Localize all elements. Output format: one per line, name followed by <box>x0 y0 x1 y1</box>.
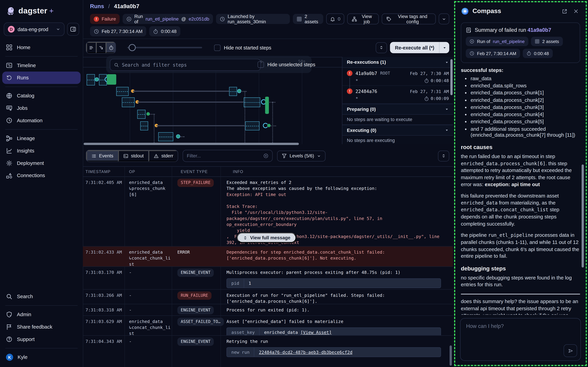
metadata-link[interactable]: 22484a76-dcd2-487b-aeb3-db3bece6cf2d <box>259 350 352 355</box>
event-row[interactable]: 7:31:04.343 AM-ENGINE_EVENTRetrying the … <box>83 336 453 367</box>
chip-text: Run of <box>134 14 143 24</box>
search-icon <box>114 62 119 67</box>
tab-stderr[interactable]: stderr <box>149 150 178 161</box>
gantt-success-bar[interactable] <box>107 74 116 85</box>
chip-text: Feb 27, 7:30:14 AM <box>477 51 516 56</box>
sidebar-item-jobs[interactable]: Jobs <box>2 102 81 114</box>
alerts-count: 0 <box>338 16 340 22</box>
re-execute-all-button[interactable]: Re-execute all (*) <box>390 42 449 53</box>
gantt-step-bar[interactable] <box>158 132 173 141</box>
summary-run-id: 41a9a0b7 <box>528 27 551 33</box>
open-in-new-window-button[interactable] <box>560 7 568 15</box>
section-header-preparing[interactable]: Preparing (0) <box>342 104 453 115</box>
filter-input[interactable]: Filter... <box>183 150 273 162</box>
expand-all-rows-button[interactable] <box>438 150 449 161</box>
gantt-step-bar[interactable] <box>122 97 135 107</box>
workspace-selector[interactable]: D data-eng-prod <box>4 22 64 36</box>
event-row[interactable]: 7:31:02.433 AMenriched_data↳concat_chunk… <box>83 246 453 267</box>
levels-dropdown[interactable]: Levels (5/6) <box>277 150 325 161</box>
event-type-badge: ERROR <box>177 248 193 257</box>
step-item: enriched_data.split_rows <box>471 83 580 89</box>
sidebar-item-deployment[interactable]: Deployment <box>2 157 81 169</box>
gantt-success-bar[interactable] <box>265 97 269 114</box>
gantt-step-bar[interactable] <box>244 97 260 107</box>
sidebar-collapse-button[interactable] <box>67 23 79 35</box>
sidebar-item-automation[interactable]: Automation <box>2 114 81 127</box>
waterfall-view-button[interactable] <box>96 42 106 53</box>
gantt-step-bar[interactable] <box>229 87 237 96</box>
run-actions-menu-button[interactable] <box>439 13 449 24</box>
sidebar-item-search[interactable]: Search <box>2 290 81 303</box>
re-execution-row[interactable]: !22484a76Feb 27, 7:31 AM*0:00:09 <box>342 86 453 104</box>
timed-view-button[interactable] <box>106 42 116 53</box>
compass-scrollbar[interactable] <box>581 165 584 267</box>
close-compass-button[interactable] <box>572 7 580 15</box>
step-search-input[interactable]: Search and filter steps <box>110 59 261 71</box>
sidebar-item-home[interactable]: Home <box>2 41 81 54</box>
chip-link[interactable]: run_etl_pipeline <box>493 39 525 44</box>
stopwatch-icon <box>424 78 429 83</box>
metadata-link[interactable]: [View Asset] <box>300 330 332 335</box>
expand-collapse-button[interactable] <box>376 42 387 53</box>
re-execute-menu-button[interactable] <box>439 42 449 53</box>
sidebar-item-insights[interactable]: Insights <box>2 145 81 157</box>
zoom-slider[interactable] <box>127 47 202 49</box>
sidebar-item-catalog[interactable]: Catalog <box>2 90 81 102</box>
target-icon <box>126 16 132 22</box>
run-link[interactable]: run_etl_pipeline <box>145 16 179 22</box>
gantt-step-bar[interactable] <box>245 121 259 130</box>
caret-down-icon <box>445 107 449 111</box>
user-menu[interactable]: KKyle <box>2 351 81 363</box>
gantt-step-bar[interactable] <box>116 87 129 96</box>
view-job-button[interactable]: View job <box>347 13 379 24</box>
view-full-message-button[interactable]: View full message <box>237 233 296 243</box>
gantt-step-bar[interactable] <box>87 74 95 85</box>
sidebar-item-lineage[interactable]: Lineage <box>2 132 81 145</box>
column-header: TIMESTAMP <box>83 169 127 174</box>
event-row[interactable]: 7:31:03.170 AM-ENGINE_EVENTMultiprocess … <box>83 267 453 290</box>
gantt-horizontal-scrollbar[interactable] <box>84 143 299 145</box>
event-op: enriched_data↳concat_chunk_list <box>127 246 174 266</box>
metadata-key: pid <box>227 279 244 288</box>
summary-chip: 0:00:48 <box>523 49 553 58</box>
flat-view-button[interactable] <box>86 42 96 53</box>
summary-chip: 2 assets <box>531 37 563 46</box>
hide-not-started-checkbox[interactable] <box>214 44 220 51</box>
app: dagster + D data-eng-prod HomeTimelineRu… <box>0 0 588 367</box>
event-row[interactable]: 7:31:03.318 AM-ENGINE_EVENTProcess for r… <box>83 304 453 316</box>
metadata-key: new run <box>227 348 254 357</box>
section-heading: debugging steps <box>461 265 580 271</box>
sidebar-item-support[interactable]: Support <box>2 333 81 345</box>
re-execution-bullet: * <box>355 96 358 101</box>
alerts-button[interactable]: 0 <box>326 13 344 24</box>
run-link[interactable]: e2c051db <box>189 16 209 22</box>
sidebar-item-admin[interactable]: Admin <box>2 308 81 321</box>
sidebar-item-runs[interactable]: Runs <box>2 72 81 84</box>
re-executions-header[interactable]: Re-executions (1) <box>342 57 453 68</box>
external-link-icon <box>562 8 567 14</box>
send-message-button[interactable] <box>564 344 577 357</box>
breadcrumb-runs-link[interactable]: Runs <box>90 3 104 9</box>
view-tags-config-button[interactable]: View tags and config <box>382 13 436 24</box>
tab-events[interactable]: Events <box>86 150 118 161</box>
sidebar-item-timeline[interactable]: Timeline <box>2 59 81 72</box>
re-executions-scrollbar[interactable] <box>450 59 452 95</box>
gantt-step-bar[interactable] <box>137 110 145 119</box>
run-meta-chip: Feb 27, 7:30:14 AM <box>90 26 146 36</box>
event-row[interactable]: 7:31:03.266 AM-RUN_FAILUREExecution of r… <box>83 290 453 304</box>
compass-paragraph: does this summary help? the issue appear… <box>461 298 580 315</box>
slider-handle[interactable] <box>129 44 136 51</box>
gantt-step-bar[interactable] <box>140 121 148 130</box>
event-row[interactable]: 7:31:03.629 AMenriched_data↳concat_chunk… <box>83 316 453 336</box>
sidebar-item-share-feedback[interactable]: Share feedback <box>2 321 81 333</box>
events-scrollbar[interactable] <box>450 345 452 366</box>
clear-filter-icon[interactable] <box>263 153 269 158</box>
sidebar-divider <box>5 348 77 349</box>
section-header-executing[interactable]: Executing (0) <box>342 125 453 136</box>
compass-paragraph: the pipeline run_etl_pipeline processes … <box>461 232 580 260</box>
hide-unselected-checkbox[interactable] <box>258 61 264 68</box>
sidebar-item-connections[interactable]: Connections <box>2 169 81 182</box>
tab-stdout[interactable]: stdout <box>118 150 149 161</box>
compass-chat-input[interactable]: How can I help? <box>460 318 581 361</box>
re-execution-row[interactable]: !41a9a0b7ROOTFeb 27, 7:30 AM*0:00:48 <box>342 68 453 86</box>
